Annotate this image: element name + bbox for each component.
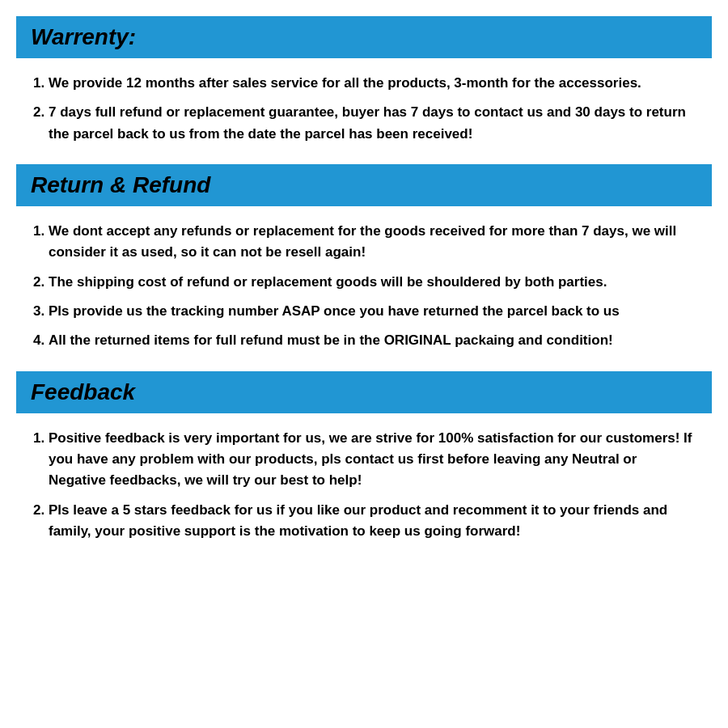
section-content-return-refund: We dont accept any refunds or replacemen… <box>16 216 712 363</box>
section-header-warranty: Warrenty: <box>16 16 712 58</box>
section-list-feedback: Positive feedback is very important for … <box>32 428 696 543</box>
page-container: Warrenty:We provide 12 months after sale… <box>0 0 728 569</box>
list-item-return-refund-0: We dont accept any refunds or replacemen… <box>49 221 696 264</box>
section-title-warranty: Warrenty: <box>31 24 697 50</box>
list-item-return-refund-2: Pls provide us the tracking number ASAP … <box>49 301 696 322</box>
section-content-feedback: Positive feedback is very important for … <box>16 423 712 554</box>
list-item-warranty-0: We provide 12 months after sales service… <box>49 73 696 94</box>
section-title-feedback: Feedback <box>31 379 697 405</box>
list-item-return-refund-3: All the returned items for full refund m… <box>49 330 696 351</box>
list-item-warranty-1: 7 days full refund or replacement guaran… <box>49 102 696 145</box>
section-header-return-refund: Return & Refund <box>16 164 712 206</box>
section-list-return-refund: We dont accept any refunds or replacemen… <box>32 221 696 352</box>
list-item-feedback-0: Positive feedback is very important for … <box>49 428 696 492</box>
section-list-warranty: We provide 12 months after sales service… <box>32 73 696 145</box>
section-title-return-refund: Return & Refund <box>31 172 697 198</box>
section-header-feedback: Feedback <box>16 371 712 413</box>
section-content-warranty: We provide 12 months after sales service… <box>16 68 712 156</box>
list-item-return-refund-1: The shipping cost of refund or replaceme… <box>49 272 696 293</box>
list-item-feedback-1: Pls leave a 5 stars feedback for us if y… <box>49 500 696 543</box>
